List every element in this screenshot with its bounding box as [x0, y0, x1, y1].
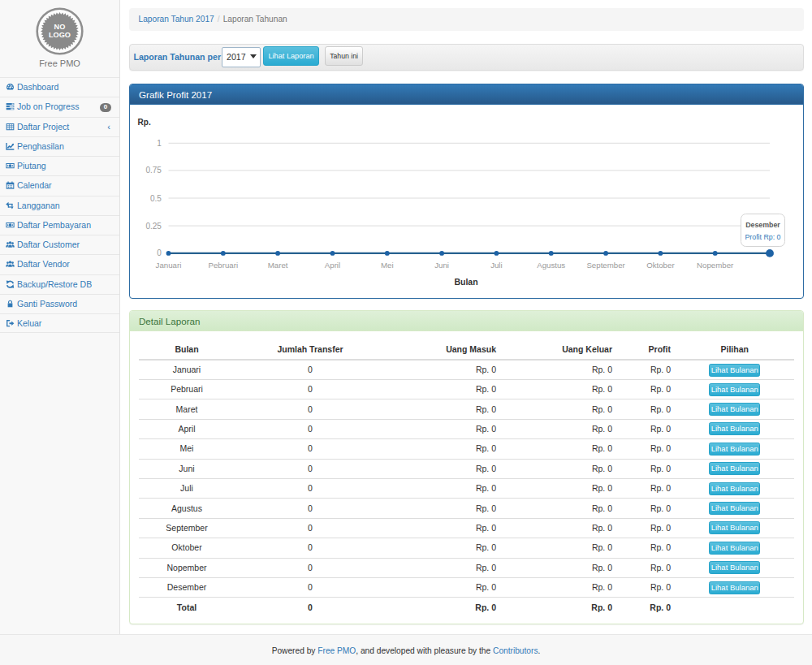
svg-text:Rp.: Rp. [137, 117, 150, 126]
svg-text:Desember: Desember [745, 220, 780, 228]
svg-text:Mei: Mei [380, 261, 393, 270]
svg-text:NO: NO [54, 23, 66, 31]
svg-text:September: September [586, 261, 625, 270]
svg-text:Juli: Juli [490, 261, 503, 270]
svg-text:Agustus: Agustus [537, 261, 565, 270]
svg-text:0.75: 0.75 [145, 166, 162, 175]
svg-text:Maret: Maret [267, 261, 287, 270]
svg-text:0: 0 [157, 248, 162, 257]
svg-text:Profit Rp: 0: Profit Rp: 0 [745, 232, 780, 240]
svg-text:Bulan: Bulan [454, 277, 477, 287]
svg-text:LOGO: LOGO [49, 31, 71, 39]
svg-text:Nopember: Nopember [697, 261, 734, 270]
svg-text:1: 1 [157, 138, 162, 147]
svg-text:0.25: 0.25 [145, 221, 162, 230]
svg-text:Juni: Juni [434, 261, 449, 270]
svg-text:April: April [324, 261, 339, 270]
svg-text:Oktober: Oktober [646, 261, 675, 270]
svg-text:Pebruari: Pebruari [208, 261, 238, 270]
svg-text:Januari: Januari [155, 261, 181, 270]
svg-text:0.5: 0.5 [149, 193, 161, 202]
